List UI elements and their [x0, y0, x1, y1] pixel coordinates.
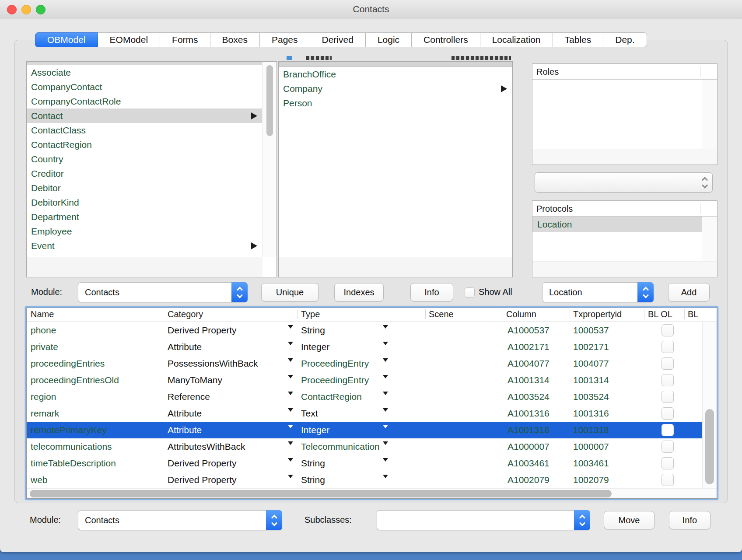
col-header-txpropertyid[interactable]: Txpropertyid	[573, 309, 622, 319]
type-stepper-icon[interactable]	[378, 475, 383, 485]
disclosure-arrow-icon[interactable]	[501, 85, 507, 92]
list-item[interactable]: Associate	[27, 65, 262, 80]
vertical-scrollbar-track[interactable]	[702, 80, 717, 149]
bl-ol-checkbox[interactable]	[662, 357, 674, 370]
table-row-proceedingEntries[interactable]: proceedingEntries PossessionsWithBack Pr…	[27, 355, 717, 372]
table-row-phone[interactable]: phone Derived Property String A1000537 1…	[27, 322, 717, 339]
horizontal-scrollbar[interactable]	[27, 488, 717, 498]
module-popup[interactable]: Contacts	[78, 282, 248, 302]
move-button[interactable]: Move	[604, 511, 654, 529]
category-stepper-icon[interactable]	[283, 442, 288, 452]
category-stepper-icon[interactable]	[283, 425, 288, 435]
category-stepper-icon[interactable]	[283, 475, 288, 485]
list-item[interactable]: CompanyContact	[27, 80, 262, 94]
tab-dep[interactable]: Dep.	[603, 32, 647, 47]
category-stepper-icon[interactable]	[283, 375, 288, 385]
table-row-web[interactable]: web Derived Property String A1002079 100…	[27, 472, 717, 488]
type-stepper-icon[interactable]	[378, 342, 383, 352]
horizontal-scrollbar-track[interactable]	[279, 257, 512, 277]
bl-ol-checkbox[interactable]	[662, 341, 674, 353]
add-button[interactable]: Add	[668, 283, 710, 301]
category-stepper-icon[interactable]	[283, 409, 288, 418]
vertical-scrollbar[interactable]	[702, 322, 717, 488]
list-item[interactable]: Employee	[27, 224, 262, 238]
table-row-private[interactable]: private Attribute Integer A1002171 10021…	[27, 339, 717, 355]
bl-ol-checkbox[interactable]	[662, 441, 674, 453]
scrollbar-thumb[interactable]	[30, 490, 612, 497]
roles-list[interactable]	[532, 80, 717, 149]
tab-pages[interactable]: Pages	[260, 32, 310, 47]
info-button[interactable]: Info	[410, 283, 453, 301]
category-stepper-icon[interactable]	[283, 392, 288, 402]
list-item[interactable]: DebitorKind	[27, 195, 262, 210]
type-stepper-icon[interactable]	[378, 458, 383, 468]
col-header-name[interactable]: Name	[31, 309, 54, 319]
unique-button[interactable]: Unique	[261, 283, 318, 301]
vertical-scrollbar[interactable]	[262, 62, 276, 257]
indexes-button[interactable]: Indexes	[334, 283, 384, 301]
type-stepper-icon[interactable]	[378, 442, 383, 452]
bl-ol-checkbox[interactable]	[662, 407, 674, 420]
tab-obmodel[interactable]: OBModel	[35, 32, 98, 47]
type-stepper-icon[interactable]	[378, 425, 383, 435]
roles-popup[interactable]	[535, 172, 713, 192]
bl-ol-checkbox[interactable]	[662, 457, 674, 469]
category-stepper-icon[interactable]	[283, 458, 288, 468]
category-stepper-icon[interactable]	[283, 326, 288, 335]
list-item[interactable]: ContactClass	[27, 123, 262, 137]
type-stepper-icon[interactable]	[378, 375, 383, 385]
bl-ol-checkbox[interactable]	[662, 424, 674, 436]
list-item-event[interactable]: Event	[27, 238, 262, 253]
bottom-module-popup[interactable]: Contacts	[78, 510, 282, 530]
col-header-type[interactable]: Type	[301, 309, 320, 319]
subclasses-popup[interactable]	[377, 510, 590, 530]
horizontal-scrollbar-track[interactable]	[27, 257, 262, 277]
table-row-region[interactable]: region Reference ContactRegion A1003524 …	[27, 388, 717, 405]
tab-tables[interactable]: Tables	[553, 32, 604, 47]
table-row-remotePrimaryKey-selected[interactable]: remotePrimaryKey Attribute Integer A1001…	[27, 422, 717, 438]
scrollbar-thumb[interactable]	[705, 409, 714, 484]
horizontal-scrollbar-track[interactable]	[532, 149, 717, 164]
disclosure-arrow-icon[interactable]	[251, 112, 257, 119]
bl-ol-checkbox[interactable]	[662, 374, 674, 386]
list-item[interactable]: Person	[279, 96, 512, 110]
col-header-column[interactable]: Column	[506, 309, 536, 319]
type-stepper-icon[interactable]	[378, 326, 383, 335]
list-item[interactable]: BranchOffice	[279, 67, 512, 81]
col-header-bl[interactable]: BL	[688, 309, 698, 319]
tab-localization[interactable]: Localization	[480, 32, 553, 47]
list-item-company[interactable]: Company	[279, 81, 512, 96]
list-item[interactable]: Debitor	[27, 181, 262, 195]
horizontal-scrollbar-track[interactable]	[532, 261, 717, 277]
bl-ol-checkbox[interactable]	[662, 324, 674, 336]
category-stepper-icon[interactable]	[283, 342, 288, 352]
tab-forms[interactable]: Forms	[160, 32, 210, 47]
list-item-contact[interactable]: Contact	[27, 108, 262, 123]
tab-logic[interactable]: Logic	[366, 32, 412, 47]
table-row-telecommunications[interactable]: telecommunications AttributesWithBack Te…	[27, 438, 717, 455]
protocol-item-location[interactable]: Location	[532, 217, 702, 232]
vertical-scrollbar-track[interactable]	[702, 217, 717, 261]
table-row-remark[interactable]: remark Attribute Text A1001316 1001316	[27, 405, 717, 422]
tab-derived[interactable]: Derived	[310, 32, 366, 47]
list-item[interactable]: ContactRegion	[27, 137, 262, 152]
show-all-checkbox[interactable]	[465, 287, 475, 298]
type-stepper-icon[interactable]	[378, 409, 383, 418]
type-stepper-icon[interactable]	[378, 392, 383, 402]
list-item[interactable]: Country	[27, 152, 262, 166]
scrollbar-thumb[interactable]	[266, 65, 273, 136]
category-stepper-icon[interactable]	[283, 359, 288, 368]
type-stepper-icon[interactable]	[378, 359, 383, 368]
col-header-category[interactable]: Category	[168, 309, 203, 319]
list-item[interactable]: Creditor	[27, 166, 262, 181]
bl-ol-checkbox[interactable]	[662, 474, 674, 486]
list-item-clipped[interactable]: File	[27, 253, 262, 257]
col-header-scene[interactable]: Scene	[429, 309, 454, 319]
tab-eomodel[interactable]: EOModel	[98, 32, 161, 47]
bl-ol-checkbox[interactable]	[662, 391, 674, 403]
table-row-timeTableDescription[interactable]: timeTableDescription Derived Property St…	[27, 455, 717, 472]
table-row-proceedingEntriesOld[interactable]: proceedingEntriesOld ManyToMany Proceedi…	[27, 372, 717, 388]
disclosure-arrow-icon[interactable]	[251, 242, 257, 249]
bottom-info-button[interactable]: Info	[669, 511, 710, 529]
list-item[interactable]: Department	[27, 210, 262, 224]
